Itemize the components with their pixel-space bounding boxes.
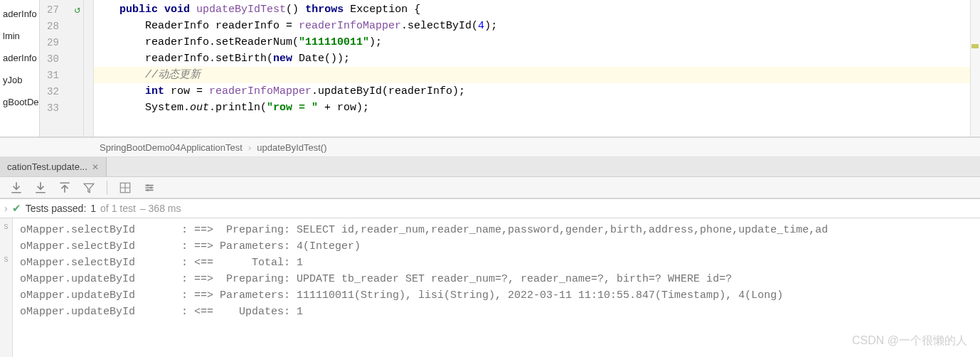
sidebar-item[interactable]: aderInfo [0, 47, 39, 69]
expand-icon[interactable]: › [4, 203, 8, 214]
grid-icon[interactable] [119, 181, 132, 194]
svg-point-2 [150, 186, 152, 188]
project-sidebar[interactable]: aderInfo lmin aderInfo yJob gBootDe [0, 0, 40, 137]
line-number: 32 [40, 83, 83, 100]
marker-strip [84, 0, 94, 137]
run-test-icon[interactable]: ↺ [75, 4, 80, 16]
code-line[interactable]: int row = readerInfoMapper.updateById(re… [94, 83, 970, 100]
run-tab[interactable]: cationTest.update... ✕ [0, 157, 107, 176]
settings-icon[interactable] [143, 181, 156, 194]
overview-ruler[interactable] [970, 0, 980, 137]
console-line: oMapper.selectById : ==> Parameters: 4(I… [20, 238, 980, 255]
svg-point-3 [147, 188, 149, 191]
upload-icon[interactable] [58, 181, 71, 194]
console-line: oMapper.updateById : ==> Parameters: 111… [20, 287, 980, 304]
breadcrumb-class[interactable]: SpringBootDemo04ApplicationTest [100, 142, 243, 153]
breadcrumb[interactable]: SpringBootDemo04ApplicationTest › update… [0, 137, 980, 157]
code-editor[interactable]: 27↺ 28 29 30 31 32 33 public void update… [40, 0, 980, 137]
line-number: 28 [40, 18, 83, 34]
breadcrumb-method[interactable]: updateByIdTest() [257, 142, 326, 153]
console-line: oMapper.updateById : <== Updates: 1 [20, 304, 980, 320]
line-number: 29 [40, 34, 83, 50]
console-line: oMapper.updateById : ==> Preparing: UPDA… [20, 271, 980, 287]
code-line[interactable]: //动态更新 [94, 67, 970, 83]
check-icon: ✔ [12, 202, 21, 215]
code-line[interactable]: readerInfo.setBirth(new Date()); [94, 50, 970, 67]
tests-passed-label: Tests passed: [26, 203, 87, 214]
run-toolbar [0, 177, 980, 198]
download-icon[interactable] [10, 181, 23, 194]
console-line: oMapper.selectById : ==> Preparing: SELE… [20, 222, 980, 238]
line-number: 27↺ [40, 1, 83, 18]
line-number: 30 [40, 50, 83, 67]
tests-passed-count: 1 [90, 203, 96, 214]
watermark: CSDN @一个很懒的人 [852, 334, 967, 348]
run-tab-label: cationTest.update... [7, 161, 87, 172]
tests-of-label: of 1 test [100, 203, 136, 214]
sidebar-item[interactable]: yJob [0, 69, 39, 91]
run-tabs: cationTest.update... ✕ [0, 157, 980, 177]
sidebar-item[interactable]: aderInfo [0, 3, 39, 25]
code-line[interactable]: ReaderInfo readerInfo = readerInfoMapper… [94, 18, 970, 34]
console-pane: ss oMapper.selectById : ==> Preparing: S… [0, 218, 980, 357]
filter-icon[interactable] [82, 181, 95, 194]
code-line[interactable]: System.out.println("row = " + row); [94, 100, 970, 116]
test-status-bar: › ✔ Tests passed: 1 of 1 test – 368 ms [0, 198, 980, 218]
console-line: oMapper.selectById : <== Total: 1 [20, 255, 980, 271]
code-area[interactable]: public void updateByIdTest() throws Exce… [94, 0, 970, 137]
code-line[interactable]: public void updateByIdTest() throws Exce… [94, 1, 970, 18]
code-line[interactable]: readerInfo.setReaderNum("111110011"); [94, 34, 970, 50]
console-gutter: ss [0, 218, 13, 357]
console-output[interactable]: oMapper.selectById : ==> Preparing: SELE… [13, 218, 980, 357]
svg-point-1 [147, 184, 149, 186]
line-number: 31 [40, 67, 83, 83]
line-gutter: 27↺ 28 29 30 31 32 33 [40, 0, 84, 137]
download-icon[interactable] [34, 181, 47, 194]
chevron-right-icon: › [248, 142, 251, 153]
sidebar-item[interactable]: gBootDe [0, 91, 39, 113]
close-icon[interactable]: ✕ [92, 162, 99, 172]
tests-duration: – 368 ms [140, 203, 181, 214]
sidebar-item[interactable]: lmin [0, 25, 39, 47]
editor-pane: aderInfo lmin aderInfo yJob gBootDe 27↺ … [0, 0, 980, 137]
line-number: 33 [40, 100, 83, 116]
divider [107, 181, 107, 195]
